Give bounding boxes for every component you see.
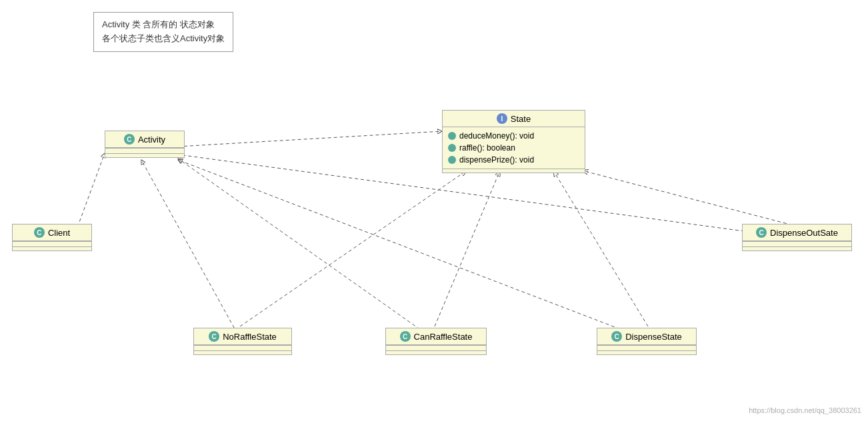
canrafflestate-class: C CanRaffleState	[385, 328, 487, 355]
dispenseoutsate-icon: C	[756, 227, 767, 238]
activity-state-arrow	[178, 131, 442, 147]
arrows-svg	[0, 0, 868, 421]
norafflestate-footer	[194, 345, 291, 349]
activity-class-header: C Activity	[105, 131, 184, 148]
state-class: I State deduceMoney(): void raffle(): bo…	[442, 110, 585, 173]
method-icon-3	[448, 156, 456, 164]
client-icon: C	[34, 227, 45, 238]
tooltip-box: Activity 类 含所有的 状态对象 各个状态子类也含义Activity对象	[93, 12, 233, 52]
state-footer	[443, 169, 585, 173]
norafflestate-class: C NoRaffleState	[193, 328, 292, 355]
dispensestate-footer2	[597, 350, 696, 354]
dispensestate-header: C DispenseState	[597, 328, 696, 345]
activity-class: C Activity	[105, 131, 185, 158]
canrafflestate-footer2	[386, 350, 486, 354]
norafflestate-state-arrow	[240, 171, 467, 326]
dispensestate-footer	[597, 345, 696, 349]
method-icon-1	[448, 132, 456, 140]
dispenseoutsate-footer2	[743, 246, 851, 250]
dispensestate-icon: C	[611, 331, 622, 342]
canrafflestate-state-arrow	[435, 171, 500, 326]
diagram-container: Activity 类 含所有的 状态对象 各个状态子类也含义Activity对象	[0, 0, 868, 421]
client-footer2	[13, 246, 91, 250]
watermark: https://blog.csdn.net/qq_38003261	[749, 406, 861, 414]
dispenseoutsate-state-arrow	[582, 171, 798, 226]
canrafflestate-name: CanRaffleState	[414, 332, 473, 342]
dispenseoutsate-name: DispenseOutSate	[770, 228, 838, 238]
client-footer	[13, 241, 91, 245]
dispenseoutsate-header: C DispenseOutSate	[743, 224, 851, 241]
state-icon: I	[497, 113, 507, 124]
canrafflestate-header: C CanRaffleState	[386, 328, 486, 345]
canrafflestate-icon: C	[400, 331, 411, 342]
method-deducemoney: deduceMoney(): void	[448, 130, 579, 142]
dispenseoutsate-footer	[743, 241, 851, 245]
method-raffle: raffle(): boolean	[448, 142, 579, 154]
state-class-header: I State	[443, 111, 585, 127]
norafflestate-name: NoRaffleState	[223, 332, 277, 342]
state-class-name: State	[511, 114, 531, 124]
canrafflestate-activity-arrow	[178, 159, 435, 340]
activity-class-footer	[105, 148, 184, 152]
canrafflestate-footer	[386, 345, 486, 349]
activity-class-footer2	[105, 153, 184, 157]
activity-icon: C	[124, 134, 135, 145]
client-class-name: Client	[48, 228, 70, 238]
activity-class-name: Activity	[138, 135, 165, 145]
dispensestate-state-arrow	[553, 171, 648, 326]
dispensestate-class: C DispenseState	[597, 328, 697, 355]
tooltip-line1: Activity 类 含所有的 状态对象	[102, 18, 225, 32]
norafflestate-footer2	[194, 350, 291, 354]
state-class-body: deduceMoney(): void raffle(): boolean di…	[443, 127, 585, 169]
client-class: C Client	[12, 224, 92, 251]
tooltip-line2: 各个状态子类也含义Activity对象	[102, 32, 225, 46]
norafflestate-activity-arrow	[141, 160, 240, 338]
norafflestate-icon: C	[209, 331, 219, 342]
norafflestate-header: C NoRaffleState	[194, 328, 291, 345]
dispensestate-activity-arrow	[178, 160, 648, 340]
method-icon-2	[448, 144, 456, 152]
method-dispensePrize: dispensePrize(): void	[448, 154, 579, 166]
client-class-header: C Client	[13, 224, 91, 241]
dispenseoutsate-class: C DispenseOutSate	[742, 224, 852, 251]
dispensestate-name: DispenseState	[625, 332, 682, 342]
